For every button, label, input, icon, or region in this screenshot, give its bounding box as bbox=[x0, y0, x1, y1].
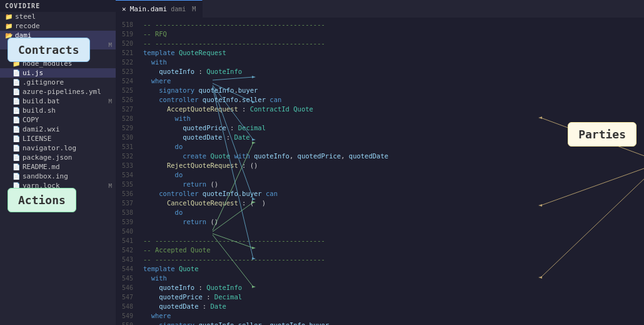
line-number-545: 545 bbox=[116, 274, 133, 283]
line-number-548: 548 bbox=[116, 302, 133, 311]
tree-item-10[interactable]: 📄build.sh bbox=[0, 106, 116, 115]
code-line-544: template Quote bbox=[143, 264, 644, 274]
code-line-539: return () bbox=[143, 217, 644, 227]
line-number-542: 542 bbox=[116, 245, 133, 255]
tree-item-1[interactable]: 📁recode bbox=[0, 21, 116, 31]
tree-item-7[interactable]: 📄.gitignore bbox=[0, 78, 116, 87]
file-icon: 📂 bbox=[5, 32, 13, 39]
tree-item-13[interactable]: 📄LICENSE bbox=[0, 134, 116, 143]
tree-item-11[interactable]: 📄COPY bbox=[0, 115, 116, 125]
line-number-543: 543 bbox=[116, 255, 133, 264]
tree-item-15[interactable]: 📄package.json bbox=[0, 153, 116, 162]
file-label: build.bat bbox=[23, 97, 60, 105]
file-label: .gitignore bbox=[23, 78, 64, 86]
file-icon: 📄 bbox=[13, 79, 20, 86]
tree-item-14[interactable]: 📄navigator.log bbox=[0, 143, 116, 153]
file-icon: 📄 bbox=[13, 116, 20, 123]
file-icon: 📄 bbox=[13, 41, 20, 48]
code-line-521: template QuoteRequest bbox=[143, 48, 644, 58]
code-line-523: quoteInfo : QuoteInfo bbox=[143, 67, 644, 76]
line-number-530: 530 bbox=[116, 133, 133, 142]
code-line-527: AcceptQuoteRequest : ContractId Quote bbox=[143, 105, 644, 114]
code-line-542: -- Accepted Quote bbox=[143, 245, 644, 255]
tree-item-6[interactable]: 📄ui.js bbox=[0, 68, 116, 78]
file-icon: 📄 bbox=[13, 126, 20, 133]
line-number-529: 529 bbox=[116, 123, 133, 133]
code-line-537: CancelQuoteRequest : ( ) bbox=[143, 199, 644, 208]
file-label: yarn.lock bbox=[23, 182, 60, 190]
tree-item-9[interactable]: 📄build.batM bbox=[0, 96, 116, 106]
tree-item-8[interactable]: 📄azure-pipelines.yml bbox=[0, 87, 116, 96]
tree-item-5[interactable]: 📁node_modules bbox=[0, 59, 116, 68]
file-label: Main.dami bbox=[23, 41, 60, 49]
tree-item-2[interactable]: 📂dami bbox=[0, 31, 116, 40]
line-number-546: 546 bbox=[116, 283, 133, 292]
tree-item-18[interactable]: 📄yarn.lockM bbox=[0, 181, 116, 190]
file-icon: 📄 bbox=[13, 145, 20, 152]
line-number-525: 525 bbox=[116, 86, 133, 95]
file-icon: 📁 bbox=[5, 13, 13, 20]
editor-content: 5185195205215225235245255265275285295305… bbox=[116, 18, 644, 325]
file-icon: 📄 bbox=[13, 88, 20, 95]
line-number-532: 532 bbox=[116, 152, 133, 161]
code-line-526: controller quoteInfo.seller can bbox=[143, 95, 644, 105]
line-number-519: 519 bbox=[116, 29, 133, 39]
code-line-532: create Quote with quoteInfo, quotedPrice… bbox=[143, 152, 644, 161]
code-line-536: controller quoteInfo.buyer can bbox=[143, 189, 644, 199]
file-label: ui.js bbox=[23, 69, 43, 77]
file-icon: 📁 bbox=[5, 23, 13, 29]
code-line-550: signatory quoteInfo.seller, quoteInfo.bu… bbox=[143, 321, 644, 325]
line-number-524: 524 bbox=[116, 76, 133, 86]
code-line-546: quoteInfo : QuoteInfo bbox=[143, 283, 644, 292]
code-line-530: quotedDate : Date bbox=[143, 133, 644, 142]
line-number-526: 526 bbox=[116, 95, 133, 105]
tab-close-icon[interactable]: ✕ bbox=[122, 5, 126, 13]
file-label: recode bbox=[15, 22, 40, 30]
code-line-525: signatory quoteInfo.buyer bbox=[143, 86, 644, 95]
file-icon: 📄 bbox=[13, 154, 20, 161]
tree-item-17[interactable]: 📄sandbox.ing bbox=[0, 172, 116, 181]
code-line-547: quotedPrice : Decimal bbox=[143, 292, 644, 302]
code-line-543: -- -------------------------------------… bbox=[143, 255, 644, 264]
tab-main[interactable]: ✕ Main.dami dami M bbox=[116, 0, 203, 18]
line-number-538: 538 bbox=[116, 208, 133, 217]
file-label: build.sh bbox=[23, 106, 56, 115]
line-number-522: 522 bbox=[116, 58, 133, 67]
code-line-533: RejectQuoteRequest : () bbox=[143, 161, 644, 170]
file-icon: 📄 bbox=[13, 70, 20, 76]
file-icon: 📄 bbox=[13, 135, 20, 142]
line-number-537: 537 bbox=[116, 199, 133, 208]
line-number-527: 527 bbox=[116, 105, 133, 114]
tree-item-12[interactable]: 📄dami2.wxi bbox=[0, 125, 116, 134]
sidebar-title: COVIDIRE bbox=[0, 0, 116, 12]
tree-item-16[interactable]: 📄README.md bbox=[0, 162, 116, 172]
line-number-523: 523 bbox=[116, 67, 133, 76]
file-label: package.json bbox=[23, 153, 72, 162]
line-number-534: 534 bbox=[116, 170, 133, 180]
file-icon: 📁 bbox=[13, 60, 20, 67]
code-line-534: do bbox=[143, 170, 644, 180]
line-number-541: 541 bbox=[116, 236, 133, 245]
line-number-528: 528 bbox=[116, 114, 133, 123]
tree-item-0[interactable]: 📁steel bbox=[0, 12, 116, 21]
code-line-535: return () bbox=[143, 180, 644, 189]
file-label: COPY bbox=[23, 116, 39, 124]
line-number-547: 547 bbox=[116, 292, 133, 302]
code-line-540 bbox=[143, 227, 644, 236]
line-number-536: 536 bbox=[116, 189, 133, 199]
line-number-520: 520 bbox=[116, 39, 133, 48]
tree-item-3[interactable]: 📄Main.damiM bbox=[0, 40, 116, 49]
file-label: azure-pipelines.yml bbox=[23, 88, 101, 96]
sidebar: COVIDIRE 📁steel📁recode📂dami📄Main.damiM📄d… bbox=[0, 0, 116, 325]
tab-label: Main.dami bbox=[130, 5, 168, 13]
tab-badge: M bbox=[192, 6, 196, 13]
tree-item-4[interactable]: 📄dami.js bbox=[0, 49, 116, 59]
file-label: dami2.wxi bbox=[23, 125, 60, 133]
code-line-522: with bbox=[143, 58, 644, 67]
code-line-541: -- -------------------------------------… bbox=[143, 236, 644, 245]
line-number-549: 549 bbox=[116, 311, 133, 321]
code-line-549: where bbox=[143, 311, 644, 321]
ide-container: COVIDIRE 📁steel📁recode📂dami📄Main.damiM📄d… bbox=[0, 0, 644, 325]
file-label: navigator.log bbox=[23, 144, 76, 152]
file-tree: 📁steel📁recode📂dami📄Main.damiM📄dami.js📁no… bbox=[0, 12, 116, 190]
